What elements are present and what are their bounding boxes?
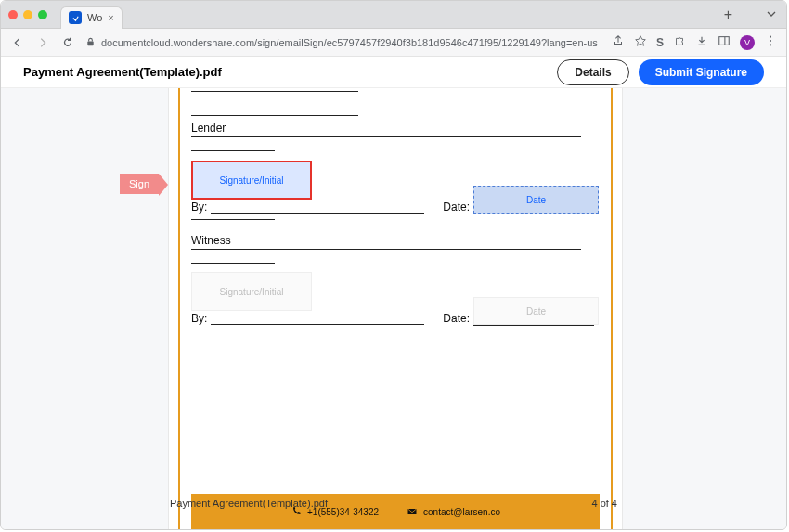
url-text: documentcloud.wondershare.com/sign/email…: [101, 37, 598, 48]
field-line: [211, 324, 424, 325]
date-field-witness[interactable]: Date: [473, 297, 599, 325]
submit-signature-button[interactable]: Submit Signature: [639, 59, 764, 85]
field-line: [191, 263, 275, 264]
signature-field-lender[interactable]: Signature/Initial: [191, 161, 312, 200]
by-label: By:: [191, 201, 207, 214]
share-icon[interactable]: [612, 34, 625, 50]
field-line: [191, 136, 581, 137]
field-line: [211, 213, 424, 214]
document-page: Lender Signature/Initial By: Date: Date: [168, 88, 623, 529]
witness-label: Witness: [191, 234, 600, 247]
field-line: [473, 325, 594, 326]
svg-point-5: [770, 40, 771, 42]
document-title: Payment Agreement(Template).pdf: [23, 65, 557, 79]
new-tab-button[interactable]: +: [724, 6, 732, 23]
svg-rect-2: [719, 37, 730, 45]
tab-close-icon[interactable]: ×: [108, 12, 113, 23]
signature-field-witness[interactable]: Signature/Initial: [191, 272, 312, 311]
document-canvas: Sign Lender Signature/Initial By:: [1, 88, 786, 529]
field-line: [191, 150, 275, 151]
tab-title: Wo: [87, 12, 102, 23]
tab-favicon: [69, 11, 82, 24]
field-line: [191, 331, 275, 331]
lender-label: Lender: [191, 122, 600, 135]
status-bar: Payment Agreement(Template).pdf 4 of 4: [170, 498, 617, 509]
extensions-icon[interactable]: S: [656, 36, 664, 49]
window-controls: [8, 10, 47, 19]
back-button[interactable]: [10, 36, 24, 49]
field-line: [191, 115, 358, 116]
kebab-menu-icon[interactable]: [764, 34, 777, 50]
date-label: Date:: [443, 312, 470, 325]
profile-avatar[interactable]: V: [740, 35, 755, 50]
status-filename: Payment Agreement(Template).pdf: [170, 498, 328, 509]
date-label: Date:: [443, 201, 470, 214]
minimize-window-icon[interactable]: [23, 10, 32, 19]
download-icon[interactable]: [695, 34, 708, 50]
tab-overflow-icon[interactable]: [766, 6, 777, 23]
forward-button[interactable]: [35, 36, 49, 49]
field-line: [191, 219, 275, 220]
browser-address-bar: documentcloud.wondershare.com/sign/email…: [1, 29, 786, 57]
field-line: [473, 214, 594, 214]
app-header: Payment Agreement(Template).pdf Details …: [1, 57, 786, 88]
panel-icon[interactable]: [718, 34, 731, 50]
close-window-icon[interactable]: [8, 10, 18, 19]
reload-button[interactable]: [60, 36, 74, 49]
svg-point-6: [770, 44, 771, 45]
field-line: [191, 91, 358, 92]
sign-here-tag[interactable]: Sign: [120, 174, 159, 194]
toolbar-right: S V: [612, 34, 777, 50]
date-field-lender[interactable]: Date: [473, 186, 599, 214]
details-button[interactable]: Details: [557, 59, 628, 85]
url-field[interactable]: documentcloud.wondershare.com/sign/email…: [85, 37, 601, 48]
svg-rect-1: [87, 42, 93, 46]
maximize-window-icon[interactable]: [38, 10, 47, 19]
by-label: By:: [191, 312, 207, 325]
lock-icon: [85, 37, 96, 47]
browser-tab-bar: Wo × +: [1, 1, 786, 29]
browser-tab[interactable]: Wo ×: [60, 6, 123, 29]
field-line: [191, 249, 581, 250]
puzzle-icon[interactable]: [673, 34, 686, 50]
status-page: 4 of 4: [591, 498, 617, 509]
star-icon[interactable]: [634, 34, 647, 50]
svg-point-4: [770, 36, 771, 38]
